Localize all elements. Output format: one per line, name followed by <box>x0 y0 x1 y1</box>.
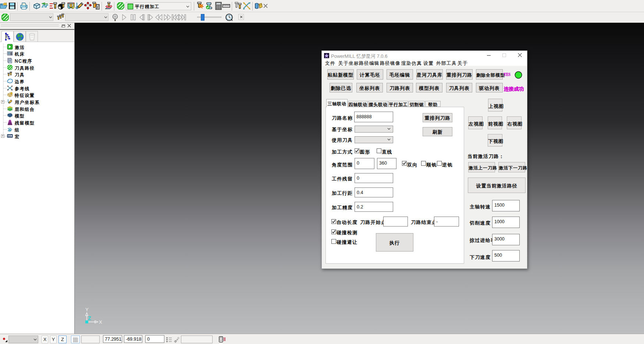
svg-text:X: X <box>99 319 102 325</box>
svg-text:Z: Z <box>88 315 91 321</box>
svg-text:Y: Y <box>85 307 89 312</box>
